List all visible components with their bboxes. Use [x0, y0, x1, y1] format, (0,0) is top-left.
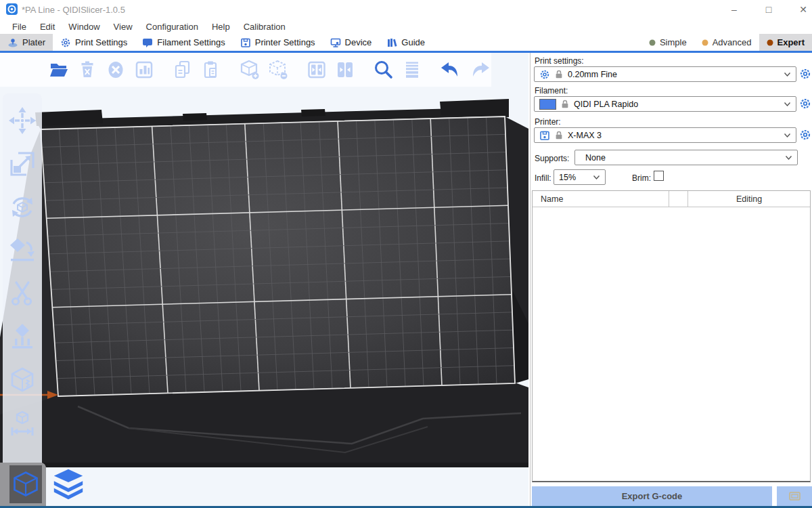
menu-help[interactable]: Help: [205, 22, 237, 32]
seam-tool-button[interactable]: [6, 364, 39, 397]
chevron-down-icon: [784, 133, 791, 138]
lock-icon: [554, 130, 564, 140]
brim-checkbox[interactable]: [654, 171, 664, 181]
menu-calibration[interactable]: Calibration: [237, 22, 292, 32]
bed-clip-right: [440, 99, 509, 117]
gear-icon: [60, 37, 71, 48]
settings-sidebar: Print settings: 0.20mm Fine Filament: QI…: [530, 53, 812, 506]
infill-select[interactable]: 15%: [554, 169, 606, 185]
object-list-table[interactable]: Name Editing: [532, 190, 811, 482]
menu-configuration[interactable]: Configuration: [139, 22, 205, 32]
printer-gear-button[interactable]: [798, 128, 812, 142]
split-to-parts-button[interactable]: [334, 58, 356, 81]
copy-button[interactable]: [171, 58, 194, 81]
mode-expert[interactable]: Expert: [759, 34, 812, 51]
tab-device[interactable]: Device: [323, 34, 380, 51]
printer-value: X-MAX 3: [568, 131, 780, 140]
place-on-face-tool-button[interactable]: [6, 234, 39, 267]
undo-button[interactable]: [439, 58, 462, 81]
supports-value: None: [580, 153, 781, 163]
remove-instance-button[interactable]: [267, 58, 289, 81]
tab-label: Print Settings: [75, 37, 127, 47]
lock-icon: [554, 69, 564, 79]
layers-icon: [50, 466, 87, 503]
filament-select[interactable]: QIDI PLA Rapido: [534, 96, 796, 112]
tab-label: Guide: [401, 37, 425, 47]
column-header-extruder[interactable]: [669, 191, 688, 207]
sd-card-icon: [789, 492, 800, 501]
gear-icon: [539, 69, 550, 80]
window-title: *PA Line - QIDISlicer-1.0.5: [22, 5, 125, 15]
printer-icon: [240, 37, 251, 48]
arrange-button[interactable]: [133, 58, 155, 81]
tab-label: Device: [345, 37, 372, 47]
measure-tool-button[interactable]: [6, 408, 39, 440]
3d-viewport[interactable]: [0, 53, 528, 506]
tab-filament-settings[interactable]: Filament Settings: [135, 34, 232, 51]
filament-gear-button[interactable]: [798, 97, 812, 110]
trash-icon: [76, 59, 98, 81]
redo-button[interactable]: [468, 58, 491, 81]
export-to-sd-button[interactable]: [777, 486, 812, 506]
open-folder-icon: [48, 59, 70, 81]
column-header-editing[interactable]: Editing: [688, 191, 810, 207]
supports-label: Supports:: [535, 154, 569, 163]
tab-label: Filament Settings: [157, 37, 225, 47]
print-settings-gear-button[interactable]: [798, 67, 812, 81]
supports-select[interactable]: None: [574, 150, 798, 165]
cut-tool-button[interactable]: [6, 278, 39, 310]
split-objects-icon: [306, 59, 328, 81]
print-settings-label: Print settings:: [535, 56, 584, 66]
tab-print-settings[interactable]: Print Settings: [53, 34, 135, 51]
3d-editor-view-button[interactable]: [9, 465, 42, 503]
device-icon: [330, 37, 341, 48]
delete-button[interactable]: [76, 58, 98, 81]
close-button[interactable]: ✕: [793, 3, 812, 16]
app-logo-icon: [6, 3, 18, 15]
menu-view[interactable]: View: [107, 22, 139, 32]
tab-label: Printer Settings: [255, 37, 315, 47]
mode-simple[interactable]: Simple: [641, 34, 694, 51]
print-settings-select[interactable]: 0.20mm Fine: [534, 66, 796, 82]
column-header-name[interactable]: Name: [533, 191, 669, 207]
build-plate-scene: [0, 53, 528, 506]
tab-guide[interactable]: Guide: [379, 34, 432, 51]
add-instance-button[interactable]: [238, 58, 261, 81]
export-row: Export G-code: [532, 486, 812, 506]
3d-cube-icon: [11, 469, 41, 500]
menu-window[interactable]: Window: [62, 22, 106, 32]
printer-select[interactable]: X-MAX 3: [534, 127, 796, 143]
expert-mode-dot-icon: [767, 39, 773, 46]
tab-plater[interactable]: Plater: [0, 34, 53, 51]
paint-supports-tool-button[interactable]: [6, 321, 39, 354]
search-button[interactable]: [372, 58, 394, 81]
gear-icon: [799, 98, 811, 110]
paste-button[interactable]: [200, 58, 222, 81]
bed-clip-left: [35, 110, 103, 126]
preview-layers-button[interactable]: [49, 464, 88, 505]
bed-clip-mid2: [301, 109, 325, 117]
mode-advanced[interactable]: Advanced: [694, 34, 759, 51]
cut-scissors-icon: [7, 279, 37, 309]
rotate-tool-button[interactable]: [6, 191, 39, 224]
rotate-icon: [7, 192, 37, 222]
export-gcode-button[interactable]: Export G-code: [532, 486, 772, 506]
mode-label: Expert: [777, 37, 805, 47]
menu-file[interactable]: File: [5, 22, 33, 32]
add-instance-icon: [239, 59, 261, 81]
minimize-button[interactable]: –: [724, 3, 744, 16]
scale-tool-button[interactable]: [6, 148, 39, 180]
maximize-button[interactable]: □: [759, 3, 779, 16]
delete-all-button[interactable]: [104, 58, 127, 81]
move-tool-button[interactable]: [6, 104, 39, 137]
menu-edit[interactable]: Edit: [33, 22, 62, 32]
variable-layer-height-button[interactable]: [401, 58, 423, 81]
advanced-mode-dot-icon: [702, 39, 708, 46]
tab-printer-settings[interactable]: Printer Settings: [233, 34, 323, 51]
open-project-button[interactable]: [47, 58, 70, 81]
filament-color-swatch: [539, 99, 556, 110]
scale-icon: [7, 149, 37, 179]
gear-icon: [799, 68, 811, 80]
main-toolbar: [0, 53, 491, 87]
split-to-objects-button[interactable]: [305, 58, 328, 81]
